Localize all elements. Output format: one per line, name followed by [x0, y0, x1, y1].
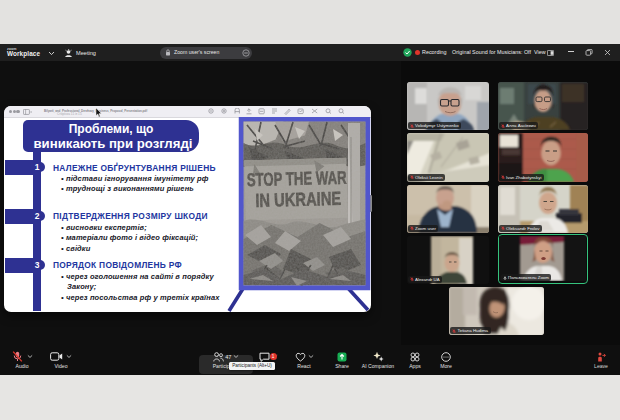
svg-text:IN UKRAINE: IN UKRAINE — [255, 188, 342, 211]
svg-text:STOP THE WAR: STOP THE WAR — [246, 167, 347, 191]
